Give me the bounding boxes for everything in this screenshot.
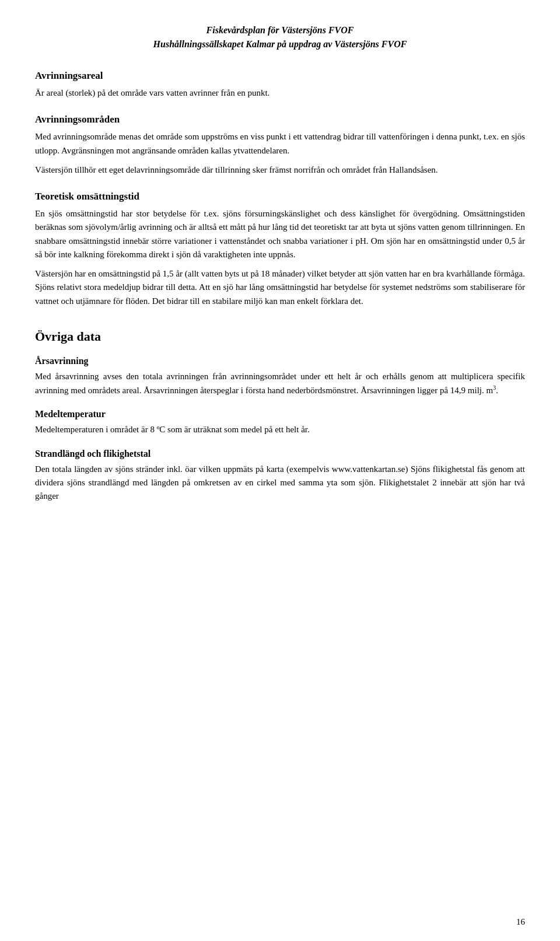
subsection-arsavrinning: Årsavrinning Med årsavrinning avses den … [35, 356, 525, 398]
section-avrinningsareal: Avrinningsareal Är areal (storlek) på de… [35, 70, 525, 100]
subsection-medeltemperatur: Medeltemperatur Medeltemperaturen i områ… [35, 409, 525, 436]
sub-heading-strandlangd: Strandlängd och flikighetstal [35, 449, 525, 459]
heading-teoretisk: Teoretisk omsättningstid [35, 191, 525, 202]
subsection-strandlangd: Strandlängd och flikighetstal Den totala… [35, 449, 525, 503]
page-number: 16 [516, 917, 525, 927]
section-avrinningsomraden: Avrinningsområden Med avrinningsområde m… [35, 114, 525, 177]
text-medeltemperatur-p1: Medeltemperaturen i området är 8 ºC som … [35, 423, 525, 436]
text-avrinningsomraden-p1: Med avrinningsområde menas det område so… [35, 130, 525, 158]
section-ovriga-data: Övriga data Årsavrinning Med årsavrinnin… [35, 329, 525, 503]
heading-ovriga-data: Övriga data [35, 329, 525, 344]
text-arsavrinning-p1: Med årsavrinning avses den totala avrinn… [35, 370, 525, 398]
section-teoretisk: Teoretisk omsättningstid En sjös omsättn… [35, 191, 525, 308]
sub-heading-arsavrinning: Årsavrinning [35, 356, 525, 366]
text-teoretisk-p2: Västersjön har en omsättningstid på 1,5 … [35, 267, 525, 308]
heading-avrinningsareal: Avrinningsareal [35, 70, 525, 82]
text-avrinningsareal-p1: Är areal (storlek) på det område vars va… [35, 86, 525, 100]
heading-avrinningsomraden: Avrinningsområden [35, 114, 525, 125]
page-container: Fiskevårdsplan för Västersjöns FVOF Hush… [0, 0, 560, 941]
text-teoretisk-p1: En sjös omsättningstid har stor betydels… [35, 207, 525, 261]
page-header: Fiskevårdsplan för Västersjöns FVOF Hush… [35, 23, 525, 51]
header-line2: Hushållningssällskapet Kalmar på uppdrag… [35, 37, 525, 51]
text-avrinningsomraden-p2: Västersjön tillhör ett eget delavrinning… [35, 163, 525, 177]
header-line1: Fiskevårdsplan för Västersjöns FVOF [35, 23, 525, 37]
text-strandlangd-p1: Den totala längden av sjöns stränder ink… [35, 463, 525, 503]
sub-heading-medeltemperatur: Medeltemperatur [35, 409, 525, 419]
